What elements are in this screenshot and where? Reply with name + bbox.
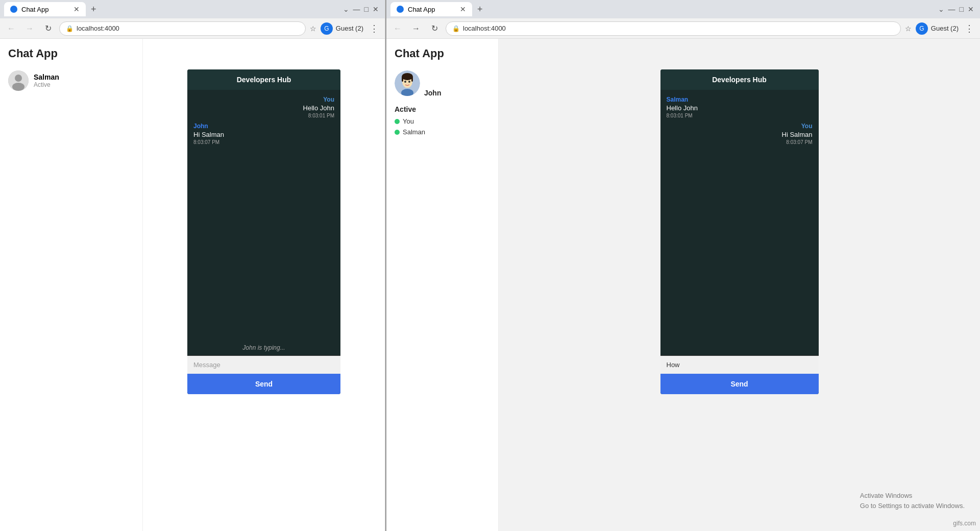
left-msg-time-1: 8:03:01 PM: [303, 113, 334, 118]
right-chat-sidebar: Chat App: [386, 39, 499, 531]
right-active-user-label-2: Salman: [403, 128, 425, 136]
right-tab[interactable]: Chat App ✕: [390, 2, 472, 16]
left-maximize-icon[interactable]: □: [364, 5, 369, 13]
left-msg-incoming-1: John Hi Salman 8:03:07 PM: [193, 123, 224, 145]
left-address-text: localhost:4000: [77, 25, 119, 32]
right-profile-icon: G: [916, 22, 928, 35]
right-chevron-down-icon[interactable]: ⌄: [938, 5, 944, 13]
right-chat-box: Developers Hub Salman Hello John 8:03:01…: [660, 69, 819, 394]
right-bookmark-icon[interactable]: ☆: [905, 25, 912, 33]
right-tab-right-controls: ⌄ — □ ✕: [938, 5, 976, 13]
left-app-title: Chat App: [8, 47, 134, 60]
gifs-credit: gifs.com: [953, 520, 976, 527]
right-reload-button[interactable]: ↻: [427, 21, 442, 36]
right-msg-text-1: Hello John: [667, 104, 698, 112]
svg-point-5: [402, 73, 413, 80]
left-tab-right-controls: ⌄ — □ ✕: [343, 5, 381, 13]
left-msg-sender-2: John: [193, 123, 224, 130]
left-close-icon[interactable]: ✕: [373, 5, 379, 13]
left-user-avatar: [8, 70, 29, 91]
left-tab-close[interactable]: ✕: [74, 5, 80, 13]
right-app-title: Chat App: [395, 47, 490, 60]
left-reload-button[interactable]: ↻: [41, 21, 55, 36]
right-address-input[interactable]: 🔒 localhost:4000: [446, 21, 901, 36]
left-message-input[interactable]: [187, 356, 340, 374]
right-close-icon[interactable]: ✕: [968, 5, 974, 13]
right-active-dot-2: [395, 130, 400, 135]
left-tab-bar: Chat App ✕ + ⌄ — □ ✕: [0, 0, 385, 18]
left-msg-outgoing-1: You Hello John 8:03:01 PM: [303, 96, 334, 118]
left-user-info: Salman Active: [34, 73, 59, 88]
left-chat-panel: Developers Hub You Hello John 8:03:01 PM…: [143, 39, 385, 531]
left-tab-title: Chat App: [21, 6, 49, 13]
right-lock-icon: 🔒: [452, 25, 460, 32]
left-typing-indicator: John is typing...: [242, 344, 285, 351]
left-user-status: Active: [34, 81, 59, 88]
right-message-input[interactable]: [660, 356, 819, 374]
right-chat-input-area: Send: [660, 355, 819, 394]
svg-rect-6: [402, 77, 403, 82]
right-address-text: localhost:4000: [463, 25, 506, 32]
svg-rect-7: [411, 77, 413, 82]
right-active-user-label-1: You: [403, 117, 414, 125]
left-browser-content: Chat App Salman Active: [0, 39, 385, 531]
right-contact-avatar: [395, 70, 420, 96]
left-profile-icon: G: [321, 22, 333, 35]
right-chat-messages: Salman Hello John 8:03:01 PM You Hi Salm…: [660, 90, 819, 355]
left-forward-button[interactable]: →: [22, 21, 37, 36]
right-profile-label: Guest (2): [931, 25, 959, 32]
right-profile-area[interactable]: G Guest (2): [916, 22, 959, 35]
right-contact-name: John: [424, 89, 441, 97]
left-minimize-icon[interactable]: —: [353, 5, 360, 13]
left-back-button[interactable]: ←: [4, 21, 18, 36]
right-msg-sender-1: Salman: [667, 96, 698, 103]
right-tab-bar: Chat App ✕ + ⌄ — □ ✕: [386, 0, 980, 18]
left-chevron-down-icon[interactable]: ⌄: [343, 5, 349, 13]
left-chat-input-area: Send: [187, 355, 340, 394]
left-bookmark-icon[interactable]: ☆: [310, 25, 316, 33]
right-msg-time-1: 8:03:01 PM: [667, 113, 698, 118]
right-address-bar: ← → ↻ 🔒 localhost:4000 ☆ G Guest (2) ⋮: [386, 18, 980, 39]
right-send-button[interactable]: Send: [660, 374, 819, 394]
right-chat-panel: Developers Hub Salman Hello John 8:03:01…: [499, 39, 980, 531]
left-send-button[interactable]: Send: [187, 374, 340, 394]
right-tab-title: Chat App: [408, 6, 435, 13]
right-msg-incoming-1: Salman Hello John 8:03:01 PM: [667, 96, 698, 118]
right-active-section: Active You Salman: [395, 105, 490, 136]
svg-point-8: [404, 81, 406, 83]
left-tab[interactable]: Chat App ✕: [4, 2, 86, 16]
left-lock-icon: 🔒: [66, 25, 74, 32]
left-msg-sender-1: You: [303, 96, 334, 103]
left-user-entry[interactable]: Salman Active: [8, 70, 134, 91]
right-msg-time-2: 8:03:07 PM: [782, 139, 813, 145]
right-forward-button[interactable]: →: [409, 21, 423, 36]
right-contact-entry[interactable]: John: [395, 70, 490, 97]
left-chat-header: Developers Hub: [187, 69, 340, 90]
left-chat-sidebar: Chat App Salman Active: [0, 39, 143, 531]
left-chat-messages: You Hello John 8:03:01 PM John Hi Salman…: [187, 90, 340, 355]
right-back-button[interactable]: ←: [390, 21, 405, 36]
right-msg-text-2: Hi Salman: [782, 131, 813, 138]
svg-point-1: [15, 75, 22, 82]
right-browser-content: Chat App: [386, 39, 980, 531]
right-tab-favicon: [397, 6, 404, 13]
right-browser-pane: Chat App ✕ + ⌄ — □ ✕ ← → ↻ 🔒 localhost:4…: [386, 0, 980, 531]
right-more-button[interactable]: ⋮: [963, 23, 976, 34]
right-tab-close[interactable]: ✕: [460, 5, 466, 13]
left-more-button[interactable]: ⋮: [368, 23, 381, 34]
left-msg-text-1: Hello John: [303, 104, 334, 112]
left-address-input[interactable]: 🔒 localhost:4000: [59, 21, 306, 36]
right-active-user-2: Salman: [395, 128, 490, 136]
svg-point-9: [408, 81, 410, 83]
left-new-tab-button[interactable]: +: [88, 4, 100, 15]
left-profile-area[interactable]: G Guest (2): [321, 22, 363, 35]
right-chat-header: Developers Hub: [660, 69, 819, 90]
left-browser-pane: Chat App ✕ + ⌄ — □ ✕ ← → ↻ 🔒 localhost:4…: [0, 0, 385, 531]
right-minimize-icon[interactable]: —: [948, 5, 955, 13]
svg-point-2: [12, 83, 24, 91]
right-active-title: Active: [395, 105, 490, 113]
right-maximize-icon[interactable]: □: [960, 5, 964, 13]
right-active-dot-1: [395, 119, 400, 124]
right-new-tab-button[interactable]: +: [474, 4, 486, 15]
left-user-name: Salman: [34, 73, 59, 81]
